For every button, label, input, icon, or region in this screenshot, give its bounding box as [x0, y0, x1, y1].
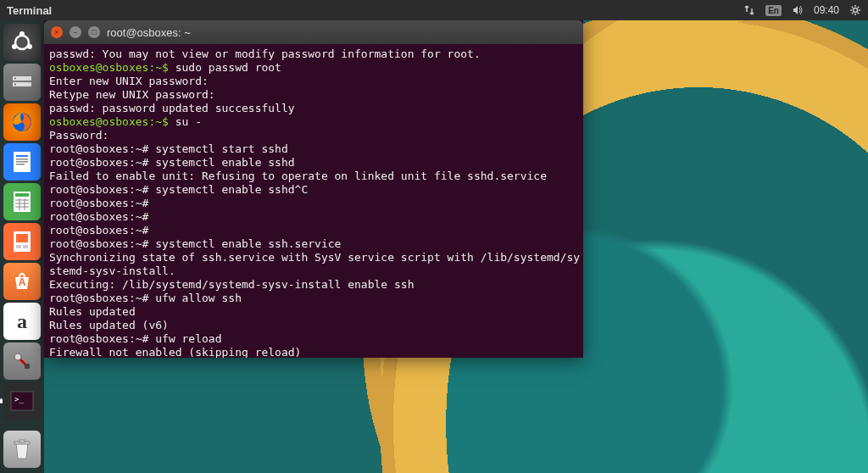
terminal-output[interactable]: passwd: You may not view or modify passw…	[44, 44, 583, 358]
svg-point-8	[14, 84, 16, 86]
top-menu-bar: Terminal En 09:40	[0, 0, 868, 20]
dash-button[interactable]	[3, 24, 41, 61]
terminal-line: root@osboxes:~# ufw allow ssh	[49, 292, 578, 305]
svg-text:A: A	[19, 276, 26, 288]
svg-rect-24	[16, 245, 21, 248]
svg-rect-11	[16, 155, 28, 157]
settings-launcher[interactable]	[3, 342, 41, 380]
svg-rect-28	[25, 364, 30, 369]
terminal-line: Rules updated	[49, 305, 578, 319]
svg-point-27	[14, 353, 21, 360]
terminal-window[interactable]: × − □ root@osboxes: ~ passwd: You may no…	[44, 20, 583, 358]
svg-rect-16	[15, 193, 29, 197]
maximize-button[interactable]: □	[88, 26, 100, 38]
amazon-launcher[interactable]: a	[3, 303, 41, 340]
terminal-line: Retype new UNIX password:	[49, 88, 578, 102]
terminal-line: osboxes@osboxes:~$ su -	[49, 115, 578, 129]
firefox-launcher[interactable]	[3, 103, 41, 141]
svg-point-3	[12, 44, 17, 49]
svg-rect-13	[16, 161, 28, 163]
terminal-line: root@osboxes:~#	[49, 197, 578, 210]
terminal-line: root@osboxes:~# systemctl enable ssh.ser…	[49, 237, 578, 251]
terminal-line: Firewall not enabled (skipping reload)	[49, 346, 578, 358]
svg-rect-23	[16, 234, 28, 242]
minimize-button[interactable]: −	[70, 26, 81, 38]
system-menu-icon[interactable]	[849, 4, 861, 16]
sound-icon[interactable]	[792, 4, 804, 16]
svg-point-4	[27, 44, 32, 49]
terminal-line: stemd-sysv-install.	[49, 264, 578, 278]
terminal-launcher[interactable]: >_	[3, 382, 41, 420]
terminal-line: osboxes@osboxes:~$ sudo passwd root	[49, 61, 578, 75]
terminal-line: root@osboxes:~# systemctl start sshd	[49, 142, 578, 156]
svg-rect-25	[23, 245, 28, 248]
svg-point-0	[854, 8, 858, 13]
clock[interactable]: 09:40	[814, 4, 839, 16]
network-icon[interactable]	[743, 4, 755, 16]
terminal-line: Failed to enable unit: Refusing to opera…	[49, 170, 578, 183]
svg-text:>_: >_	[14, 395, 24, 403]
terminal-line: root@osboxes:~#	[49, 224, 578, 237]
terminal-line: root@osboxes:~# systemctl enable sshd^C	[49, 183, 578, 197]
terminal-line: root@osboxes:~#	[49, 210, 578, 224]
terminal-line: passwd: You may not view or modify passw…	[49, 47, 578, 61]
terminal-line: Enter new UNIX password:	[49, 75, 578, 88]
calc-launcher[interactable]	[3, 183, 41, 220]
writer-launcher[interactable]	[3, 143, 41, 181]
close-button[interactable]: ×	[51, 26, 63, 38]
svg-rect-32	[19, 440, 25, 442]
trash-launcher[interactable]	[3, 431, 41, 468]
terminal-line: Password:	[49, 129, 578, 142]
terminal-title: root@osboxes: ~	[107, 26, 191, 39]
svg-point-1	[15, 36, 29, 49]
svg-point-7	[14, 78, 16, 80]
terminal-line: Synchronizing state of ssh.service with …	[49, 251, 578, 264]
svg-point-2	[19, 31, 25, 36]
files-launcher[interactable]	[3, 64, 41, 101]
terminal-line: passwd: password updated successfully	[49, 102, 578, 115]
terminal-titlebar[interactable]: × − □ root@osboxes: ~	[44, 20, 583, 44]
terminal-line: root@osboxes:~# systemctl enable sshd	[49, 156, 578, 170]
impress-launcher[interactable]	[3, 223, 41, 260]
terminal-line: Rules updated (v6)	[49, 319, 578, 332]
keyboard-indicator[interactable]: En	[765, 5, 782, 16]
terminal-line: Executing: /lib/systemd/systemd-sysv-ins…	[49, 278, 578, 292]
app-title: Terminal	[7, 4, 52, 17]
svg-rect-14	[16, 164, 25, 165]
unity-launcher: A a >_	[0, 20, 44, 473]
software-launcher[interactable]: A	[3, 263, 41, 300]
terminal-line: root@osboxes:~# ufw reload	[49, 332, 578, 346]
svg-rect-12	[16, 159, 28, 160]
